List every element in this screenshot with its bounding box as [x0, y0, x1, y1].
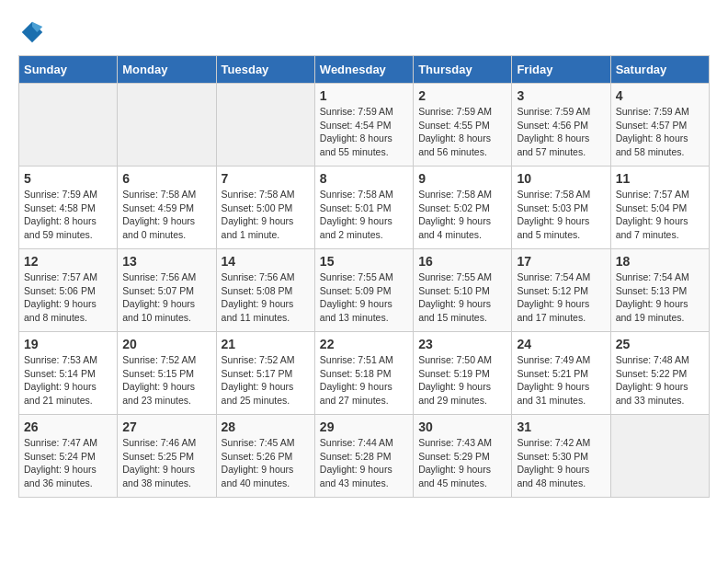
day-info: Sunrise: 7:55 AM Sunset: 5:09 PM Dayligh… [320, 270, 408, 325]
calendar-header-row: SundayMondayTuesdayWednesdayThursdayFrid… [19, 56, 710, 84]
calendar-cell: 12Sunrise: 7:57 AM Sunset: 5:06 PM Dayli… [19, 249, 118, 332]
calendar-cell: 16Sunrise: 7:55 AM Sunset: 5:10 PM Dayli… [414, 249, 512, 332]
weekday-header-monday: Monday [118, 56, 216, 84]
calendar-cell: 27Sunrise: 7:46 AM Sunset: 5:25 PM Dayli… [118, 415, 216, 498]
day-info: Sunrise: 7:56 AM Sunset: 5:08 PM Dayligh… [222, 270, 310, 325]
calendar-week-2: 5Sunrise: 7:59 AM Sunset: 4:58 PM Daylig… [19, 167, 710, 249]
day-number: 24 [517, 337, 605, 351]
weekday-header-friday: Friday [512, 56, 610, 84]
calendar-cell: 30Sunrise: 7:43 AM Sunset: 5:29 PM Dayli… [414, 415, 512, 498]
day-number: 6 [122, 171, 210, 186]
day-info: Sunrise: 7:44 AM Sunset: 5:28 PM Dayligh… [320, 436, 408, 490]
calendar-week-4: 19Sunrise: 7:53 AM Sunset: 5:14 PM Dayli… [19, 332, 710, 415]
calendar-cell: 4Sunrise: 7:59 AM Sunset: 4:57 PM Daylig… [610, 84, 709, 167]
day-info: Sunrise: 7:59 AM Sunset: 4:56 PM Dayligh… [517, 105, 605, 159]
day-info: Sunrise: 7:59 AM Sunset: 4:57 PM Dayligh… [616, 105, 704, 159]
day-number: 5 [24, 171, 112, 186]
day-info: Sunrise: 7:54 AM Sunset: 5:13 PM Dayligh… [616, 270, 704, 325]
day-info: Sunrise: 7:43 AM Sunset: 5:29 PM Dayligh… [418, 436, 506, 490]
day-info: Sunrise: 7:57 AM Sunset: 5:04 PM Dayligh… [616, 188, 704, 242]
calendar-cell: 14Sunrise: 7:56 AM Sunset: 5:08 PM Dayli… [216, 249, 314, 332]
calendar-cell: 25Sunrise: 7:48 AM Sunset: 5:22 PM Dayli… [610, 332, 709, 415]
calendar-week-1: 1Sunrise: 7:59 AM Sunset: 4:54 PM Daylig… [19, 84, 710, 167]
calendar-cell [118, 84, 216, 167]
day-info: Sunrise: 7:59 AM Sunset: 4:54 PM Dayligh… [320, 105, 408, 159]
calendar-cell: 13Sunrise: 7:56 AM Sunset: 5:07 PM Dayli… [118, 249, 216, 332]
day-number: 15 [320, 254, 408, 269]
weekday-header-saturday: Saturday [610, 56, 709, 84]
day-info: Sunrise: 7:56 AM Sunset: 5:07 PM Dayligh… [122, 270, 210, 325]
calendar-cell: 28Sunrise: 7:45 AM Sunset: 5:26 PM Dayli… [216, 415, 314, 498]
calendar-cell: 3Sunrise: 7:59 AM Sunset: 4:56 PM Daylig… [512, 84, 610, 167]
day-number: 23 [418, 337, 506, 351]
calendar-cell: 21Sunrise: 7:52 AM Sunset: 5:17 PM Dayli… [216, 332, 314, 415]
day-number: 28 [222, 419, 310, 434]
day-number: 14 [222, 254, 310, 269]
day-number: 26 [24, 419, 112, 434]
day-info: Sunrise: 7:49 AM Sunset: 5:21 PM Dayligh… [517, 353, 605, 408]
day-info: Sunrise: 7:50 AM Sunset: 5:19 PM Dayligh… [418, 353, 506, 408]
day-number: 13 [122, 254, 210, 269]
day-number: 27 [122, 419, 210, 434]
calendar-week-5: 26Sunrise: 7:47 AM Sunset: 5:24 PM Dayli… [19, 415, 710, 498]
calendar-cell [19, 84, 118, 167]
day-number: 18 [616, 254, 704, 269]
day-number: 20 [122, 337, 210, 351]
day-number: 16 [418, 254, 506, 269]
day-info: Sunrise: 7:55 AM Sunset: 5:10 PM Dayligh… [418, 270, 506, 325]
logo [18, 18, 48, 46]
day-number: 4 [616, 88, 704, 103]
day-number: 2 [418, 88, 506, 103]
calendar-cell: 31Sunrise: 7:42 AM Sunset: 5:30 PM Dayli… [512, 415, 610, 498]
calendar-cell: 18Sunrise: 7:54 AM Sunset: 5:13 PM Dayli… [610, 249, 709, 332]
day-number: 3 [517, 88, 605, 103]
day-info: Sunrise: 7:48 AM Sunset: 5:22 PM Dayligh… [616, 353, 704, 408]
weekday-header-thursday: Thursday [414, 56, 512, 84]
day-number: 31 [517, 419, 605, 434]
day-info: Sunrise: 7:57 AM Sunset: 5:06 PM Dayligh… [24, 270, 112, 325]
day-info: Sunrise: 7:58 AM Sunset: 5:02 PM Dayligh… [418, 188, 506, 242]
day-number: 8 [320, 171, 408, 186]
calendar-cell: 26Sunrise: 7:47 AM Sunset: 5:24 PM Dayli… [19, 415, 118, 498]
day-number: 9 [418, 171, 506, 186]
day-number: 30 [418, 419, 506, 434]
day-number: 11 [616, 171, 704, 186]
calendar-cell: 22Sunrise: 7:51 AM Sunset: 5:18 PM Dayli… [314, 332, 413, 415]
weekday-header-wednesday: Wednesday [314, 56, 413, 84]
calendar-cell: 23Sunrise: 7:50 AM Sunset: 5:19 PM Dayli… [414, 332, 512, 415]
calendar-cell: 10Sunrise: 7:58 AM Sunset: 5:03 PM Dayli… [512, 167, 610, 249]
day-info: Sunrise: 7:53 AM Sunset: 5:14 PM Dayligh… [24, 353, 112, 408]
day-info: Sunrise: 7:58 AM Sunset: 5:03 PM Dayligh… [517, 188, 605, 242]
calendar-cell: 5Sunrise: 7:59 AM Sunset: 4:58 PM Daylig… [19, 167, 118, 249]
calendar-cell [610, 415, 709, 498]
day-number: 21 [222, 337, 310, 351]
calendar-cell: 17Sunrise: 7:54 AM Sunset: 5:12 PM Dayli… [512, 249, 610, 332]
day-number: 22 [320, 337, 408, 351]
calendar-cell: 8Sunrise: 7:58 AM Sunset: 5:01 PM Daylig… [314, 167, 413, 249]
day-info: Sunrise: 7:42 AM Sunset: 5:30 PM Dayligh… [517, 436, 605, 490]
calendar-cell: 19Sunrise: 7:53 AM Sunset: 5:14 PM Dayli… [19, 332, 118, 415]
calendar-cell: 1Sunrise: 7:59 AM Sunset: 4:54 PM Daylig… [314, 84, 413, 167]
day-number: 19 [24, 337, 112, 351]
day-info: Sunrise: 7:54 AM Sunset: 5:12 PM Dayligh… [517, 270, 605, 325]
day-info: Sunrise: 7:52 AM Sunset: 5:17 PM Dayligh… [222, 353, 310, 408]
calendar-cell: 15Sunrise: 7:55 AM Sunset: 5:09 PM Dayli… [314, 249, 413, 332]
calendar-cell: 6Sunrise: 7:58 AM Sunset: 4:59 PM Daylig… [118, 167, 216, 249]
calendar-cell [216, 84, 314, 167]
day-info: Sunrise: 7:58 AM Sunset: 5:00 PM Dayligh… [222, 188, 310, 242]
calendar-week-3: 12Sunrise: 7:57 AM Sunset: 5:06 PM Dayli… [19, 249, 710, 332]
weekday-header-tuesday: Tuesday [216, 56, 314, 84]
day-info: Sunrise: 7:58 AM Sunset: 5:01 PM Dayligh… [320, 188, 408, 242]
day-info: Sunrise: 7:59 AM Sunset: 4:58 PM Dayligh… [24, 188, 112, 242]
weekday-header-sunday: Sunday [19, 56, 118, 84]
day-number: 12 [24, 254, 112, 269]
day-info: Sunrise: 7:52 AM Sunset: 5:15 PM Dayligh… [122, 353, 210, 408]
day-info: Sunrise: 7:51 AM Sunset: 5:18 PM Dayligh… [320, 353, 408, 408]
calendar-cell: 9Sunrise: 7:58 AM Sunset: 5:02 PM Daylig… [414, 167, 512, 249]
day-info: Sunrise: 7:58 AM Sunset: 4:59 PM Dayligh… [122, 188, 210, 242]
day-number: 17 [517, 254, 605, 269]
day-info: Sunrise: 7:59 AM Sunset: 4:55 PM Dayligh… [418, 105, 506, 159]
day-info: Sunrise: 7:47 AM Sunset: 5:24 PM Dayligh… [24, 436, 112, 490]
calendar-cell: 24Sunrise: 7:49 AM Sunset: 5:21 PM Dayli… [512, 332, 610, 415]
calendar-table: SundayMondayTuesdayWednesdayThursdayFrid… [18, 55, 710, 498]
